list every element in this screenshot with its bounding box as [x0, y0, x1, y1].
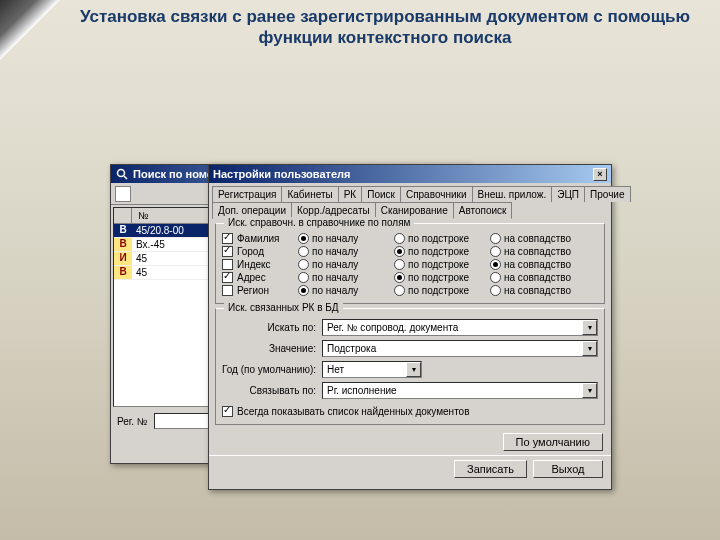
- row-icon: И: [114, 252, 132, 265]
- radio-label: по подстроке: [408, 259, 469, 270]
- year-value: Нет: [327, 364, 344, 375]
- field-label: Город: [237, 246, 264, 257]
- radio-label: по началу: [312, 246, 358, 257]
- row-number: Вх.-45: [132, 238, 212, 251]
- row-icon: В: [114, 238, 132, 251]
- field-row: Городпо началупо подстрокена совпадство: [222, 245, 598, 258]
- tab-регистрация[interactable]: Регистрация: [212, 186, 282, 202]
- field-radio[interactable]: [298, 285, 309, 296]
- page-title: Установка связки с ранее зарегистрирован…: [70, 6, 700, 49]
- compare-value: Рг. исполнение: [327, 385, 397, 396]
- value-label: Значение:: [222, 343, 322, 354]
- chevron-down-icon[interactable]: ▾: [406, 362, 421, 377]
- field-row: Адреспо началупо подстрокена совпадство: [222, 271, 598, 284]
- field-radio[interactable]: [490, 246, 501, 257]
- settings-window: Настройки пользователя × РегистрацияКаби…: [208, 164, 612, 490]
- radio-label: на совпадство: [504, 246, 571, 257]
- compare-select[interactable]: Рг. исполнение ▾: [322, 382, 598, 399]
- always-show-label: Всегда показывать список найденных докум…: [237, 406, 470, 417]
- tab-кабинеты[interactable]: Кабинеты: [281, 186, 338, 202]
- field-label: Регион: [237, 285, 269, 296]
- radio-label: на совпадство: [504, 233, 571, 244]
- radio-label: по началу: [312, 285, 358, 296]
- radio-label: по подстроке: [408, 246, 469, 257]
- cancel-button[interactable]: Выход: [533, 460, 603, 478]
- row-icon: В: [114, 224, 132, 237]
- default-button[interactable]: По умолчанию: [503, 433, 603, 451]
- tab-поиск[interactable]: Поиск: [361, 186, 401, 202]
- radio-label: по подстроке: [408, 233, 469, 244]
- reg-label: Рег. №: [117, 416, 148, 427]
- field-row: Индекспо началупо подстрокена совпадство: [222, 258, 598, 271]
- tabs-row-1: РегистрацияКабинетыРКПоискСправочникиВне…: [209, 183, 611, 202]
- settings-window-title: Настройки пользователя: [213, 168, 351, 180]
- radio-label: на совпадство: [504, 272, 571, 283]
- always-show-checkbox[interactable]: [222, 406, 233, 417]
- field-radio[interactable]: [490, 233, 501, 244]
- value-value: Подстрока: [327, 343, 376, 354]
- field-row: Фамилияпо началупо подстрокена совпадств…: [222, 232, 598, 245]
- reg-input[interactable]: [154, 413, 214, 429]
- group1-title: Иск. справочн. в справочнике по полям: [224, 217, 414, 228]
- group-directory-search: Иск. справочн. в справочнике по полям Фа…: [215, 223, 605, 304]
- radio-label: по подстроке: [408, 285, 469, 296]
- field-radio[interactable]: [298, 233, 309, 244]
- svg-point-0: [118, 170, 125, 177]
- year-label: Год (по умолчанию):: [222, 364, 322, 375]
- radio-label: по началу: [312, 259, 358, 270]
- row-number: 45/20.8-00: [132, 224, 212, 237]
- field-radio[interactable]: [394, 272, 405, 283]
- svg-line-1: [124, 176, 127, 179]
- field-radio[interactable]: [490, 272, 501, 283]
- close-button[interactable]: ×: [593, 168, 607, 181]
- field-radio[interactable]: [394, 233, 405, 244]
- toolbar-icon[interactable]: [115, 186, 131, 202]
- search-by-value: Рег. № сопровод. документа: [327, 322, 458, 333]
- field-checkbox[interactable]: [222, 233, 233, 244]
- row-number: 45: [132, 266, 212, 279]
- field-radio[interactable]: [298, 259, 309, 270]
- tab-автопоиск[interactable]: Автопоиск: [453, 202, 513, 219]
- year-select[interactable]: Нет ▾: [322, 361, 422, 378]
- field-label: Адрес: [237, 272, 266, 283]
- row-icon: В: [114, 266, 132, 279]
- radio-label: на совпадство: [504, 285, 571, 296]
- field-checkbox[interactable]: [222, 272, 233, 283]
- radio-label: по началу: [312, 233, 358, 244]
- tab-эцп[interactable]: ЭЦП: [551, 186, 585, 202]
- field-checkbox[interactable]: [222, 259, 233, 270]
- field-checkbox[interactable]: [222, 246, 233, 257]
- radio-label: на совпадство: [504, 259, 571, 270]
- field-radio[interactable]: [298, 272, 309, 283]
- radio-label: по подстроке: [408, 272, 469, 283]
- save-button[interactable]: Записать: [454, 460, 527, 478]
- compare-label: Связывать по:: [222, 385, 322, 396]
- radio-label: по началу: [312, 272, 358, 283]
- tab-внеш-прилож-[interactable]: Внеш. прилож.: [472, 186, 553, 202]
- field-radio[interactable]: [394, 285, 405, 296]
- field-radio[interactable]: [490, 285, 501, 296]
- corner-decoration: [0, 0, 60, 60]
- value-select[interactable]: Подстрока ▾: [322, 340, 598, 357]
- chevron-down-icon[interactable]: ▾: [582, 341, 597, 356]
- field-radio[interactable]: [490, 259, 501, 270]
- search-by-select[interactable]: Рег. № сопровод. документа ▾: [322, 319, 598, 336]
- field-radio[interactable]: [394, 259, 405, 270]
- chevron-down-icon[interactable]: ▾: [582, 383, 597, 398]
- field-row: Регионпо началупо подстрокена совпадство: [222, 284, 598, 297]
- tab-справочники[interactable]: Справочники: [400, 186, 473, 202]
- field-checkbox[interactable]: [222, 285, 233, 296]
- row-number: 45: [132, 252, 212, 265]
- group2-title: Иск. связанных РК в БД: [224, 302, 343, 313]
- field-radio[interactable]: [298, 246, 309, 257]
- col-number[interactable]: №: [132, 208, 212, 223]
- field-label: Индекс: [237, 259, 271, 270]
- field-radio[interactable]: [394, 246, 405, 257]
- tab-рк[interactable]: РК: [338, 186, 363, 202]
- tab-прочие[interactable]: Прочие: [584, 186, 630, 202]
- settings-titlebar[interactable]: Настройки пользователя ×: [209, 165, 611, 183]
- group-linked-search: Иск. связанных РК в БД Искать по: Рег. №…: [215, 308, 605, 425]
- search-by-label: Искать по:: [222, 322, 322, 333]
- chevron-down-icon[interactable]: ▾: [582, 320, 597, 335]
- field-label: Фамилия: [237, 233, 279, 244]
